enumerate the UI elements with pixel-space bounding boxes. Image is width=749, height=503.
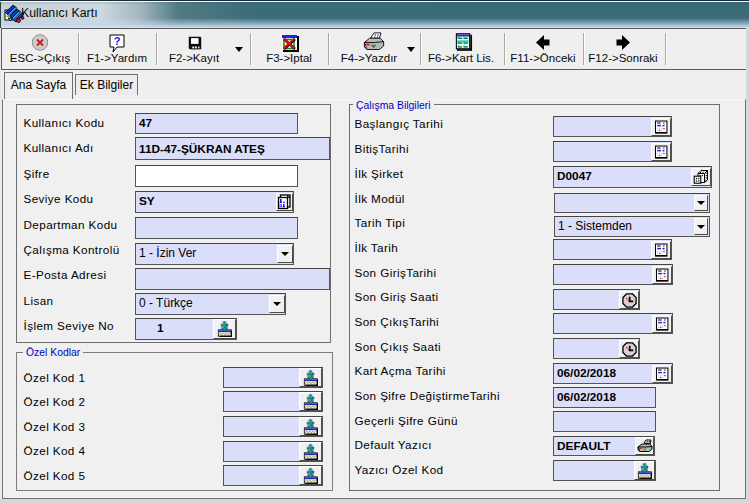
- svg-text:?: ?: [114, 35, 121, 47]
